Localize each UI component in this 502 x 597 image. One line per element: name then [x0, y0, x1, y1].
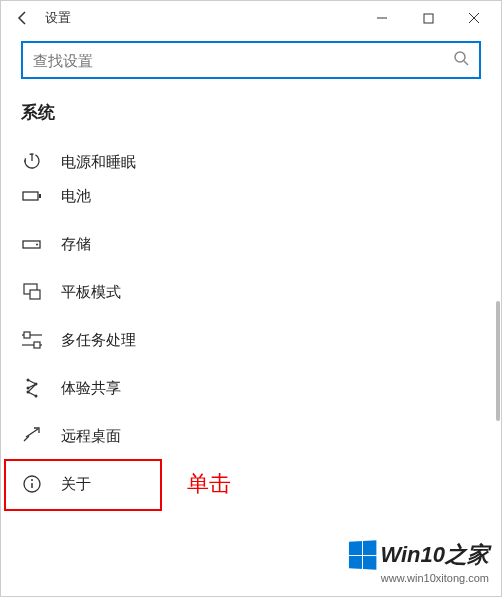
svg-point-21: [27, 387, 30, 390]
nav-item-battery[interactable]: 电池: [21, 172, 501, 220]
close-icon: [468, 12, 480, 24]
power-icon: [21, 150, 43, 172]
svg-point-22: [27, 391, 30, 394]
section-title: 系统: [1, 91, 501, 142]
nav-label: 平板模式: [61, 283, 121, 302]
svg-line-24: [26, 429, 38, 437]
titlebar: 设置: [1, 1, 501, 35]
nav-label: 远程桌面: [61, 427, 121, 446]
nav-label: 电池: [61, 187, 91, 206]
watermark-brand: Win10之家: [380, 540, 489, 570]
svg-point-4: [455, 52, 465, 62]
watermark: Win10之家 www.win10xitong.com: [348, 540, 489, 584]
svg-point-19: [27, 379, 30, 382]
scrollbar[interactable]: [496, 301, 500, 421]
svg-point-12: [36, 244, 38, 246]
close-button[interactable]: [451, 1, 497, 35]
search-input[interactable]: [33, 52, 453, 69]
info-icon: [21, 473, 43, 495]
nav-item-storage[interactable]: 存储: [21, 220, 501, 268]
nav-label: 存储: [61, 235, 91, 254]
nav-label: 体验共享: [61, 379, 121, 398]
arrow-left-icon: [15, 10, 31, 26]
nav-label: 电源和睡眠: [61, 153, 136, 172]
nav-item-about[interactable]: 关于: [21, 460, 501, 508]
nav-item-shared[interactable]: 体验共享: [21, 364, 501, 412]
watermark-url: www.win10xitong.com: [348, 572, 489, 584]
nav-item-remote[interactable]: 远程桌面: [21, 412, 501, 460]
nav-item-tablet[interactable]: 平板模式: [21, 268, 501, 316]
share-icon: [21, 377, 43, 399]
nav-label: 关于: [61, 475, 91, 494]
svg-point-26: [31, 479, 33, 481]
svg-rect-1: [424, 14, 433, 23]
back-button[interactable]: [5, 1, 41, 35]
search-icon: [453, 50, 469, 70]
window-title: 设置: [45, 9, 71, 27]
svg-rect-18: [34, 342, 40, 348]
storage-icon: [21, 233, 43, 255]
svg-point-20: [35, 383, 38, 386]
svg-line-5: [464, 61, 468, 65]
maximize-button[interactable]: [405, 1, 451, 35]
nav-list: 电源和睡眠 电池 存储 平板模式 多任务处理 体验共享 远程桌面: [1, 142, 501, 508]
svg-rect-10: [39, 194, 41, 198]
windows-logo-icon: [349, 540, 376, 569]
nav-item-multitask[interactable]: 多任务处理: [21, 316, 501, 364]
minimize-button[interactable]: [359, 1, 405, 35]
svg-rect-9: [23, 192, 38, 200]
svg-rect-14: [30, 290, 40, 299]
minimize-icon: [376, 12, 388, 24]
battery-icon: [21, 185, 43, 207]
nav-item-power[interactable]: 电源和睡眠: [21, 142, 501, 172]
remote-desktop-icon: [21, 425, 43, 447]
tablet-icon: [21, 281, 43, 303]
multitask-icon: [21, 329, 43, 351]
svg-point-23: [35, 395, 38, 398]
nav-label: 多任务处理: [61, 331, 136, 350]
maximize-icon: [423, 13, 434, 24]
svg-rect-17: [24, 332, 30, 338]
search-box[interactable]: [21, 41, 481, 79]
